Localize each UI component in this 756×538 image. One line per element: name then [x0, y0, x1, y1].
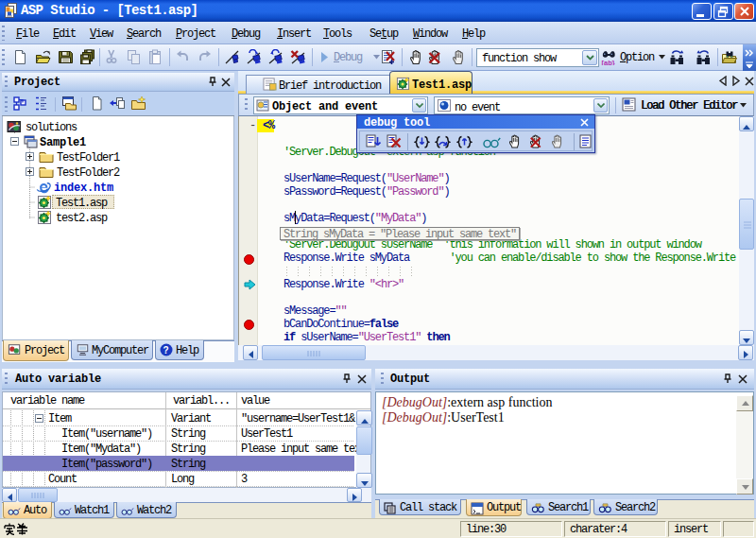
svg-text:?: ? — [163, 345, 169, 356]
svg-text:[ab}: [ab} — [602, 59, 615, 66]
